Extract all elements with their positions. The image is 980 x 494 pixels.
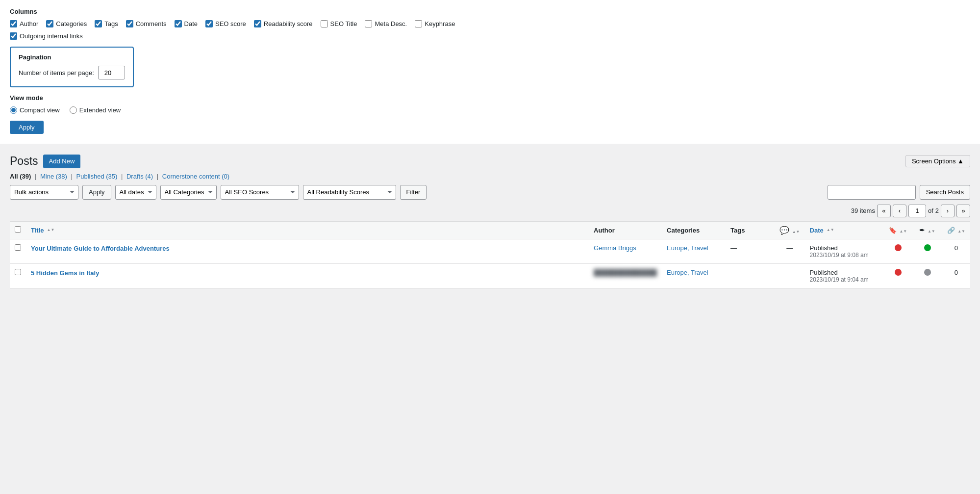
table-header-row: Title ▲▼ Author Categories Tags 💬 ▲▼ Dat… <box>10 221 970 239</box>
col-header-readability[interactable]: ✒ ▲▼ <box>913 221 942 239</box>
row1-checkbox[interactable] <box>15 244 21 251</box>
row2-author-blurred: ██████████████ <box>594 269 657 276</box>
row2-title-cell: 5 Hidden Gems in Italy <box>26 263 589 288</box>
columns-section: Columns Author Categories Tags Comments <box>10 8 970 40</box>
col-seo-score-label: SEO score <box>215 20 246 27</box>
col-categories-item[interactable]: Categories <box>46 20 87 27</box>
col-seo-title-label: SEO Title <box>330 20 357 27</box>
row2-read-dot <box>924 269 931 276</box>
col-header-date[interactable]: Date ▲▼ <box>805 221 883 239</box>
posts-table: Title ▲▼ Author Categories Tags 💬 ▲▼ Dat… <box>10 221 970 288</box>
screen-options-panel: Columns Author Categories Tags Comments <box>0 0 980 144</box>
per-page-input[interactable] <box>98 66 125 79</box>
col-seo-score-checkbox[interactable] <box>205 20 213 27</box>
nav-all[interactable]: All (39) <box>10 173 31 180</box>
posts-nav-links: All (39) | Mine (38) | Published (35) | … <box>10 173 970 180</box>
bulk-apply-button[interactable]: Apply <box>82 185 111 200</box>
extended-view-radio[interactable] <box>70 106 77 114</box>
col-author-item[interactable]: Author <box>10 20 38 27</box>
search-posts-button[interactable]: Search Posts <box>920 185 970 200</box>
compact-view-label: Compact view <box>20 106 60 114</box>
col-header-links[interactable]: 🔗 ▲▼ <box>942 221 970 239</box>
col-outgoing-label: Outgoing internal links <box>20 32 83 40</box>
row2-checkbox[interactable] <box>15 269 21 275</box>
col-comments-item[interactable]: Comments <box>126 20 167 27</box>
pagination-top: 39 items « ‹ of 2 › » <box>10 205 970 217</box>
filter-button[interactable]: Filter <box>400 185 427 200</box>
col-date-item[interactable]: Date <box>175 20 198 27</box>
dates-filter-select[interactable]: All dates <box>115 185 156 200</box>
current-page-input[interactable] <box>908 205 926 217</box>
row2-tags-cell: — <box>726 263 775 288</box>
seo-icon: 🔖 <box>889 227 897 234</box>
row1-title-link[interactable]: Your Ultimate Guide to Affordable Advent… <box>31 245 170 252</box>
col-header-title[interactable]: Title ▲▼ <box>26 221 589 239</box>
col-author-checkbox[interactable] <box>10 20 17 27</box>
col-header-comments[interactable]: 💬 ▲▼ <box>775 221 804 239</box>
col-meta-desc-checkbox[interactable] <box>365 20 372 27</box>
row1-cat-link[interactable]: Europe, Travel <box>667 244 708 252</box>
col-tags-checkbox[interactable] <box>95 20 102 27</box>
col-categories-label: Categories <box>56 20 87 27</box>
col-tags-item[interactable]: Tags <box>95 20 118 27</box>
nav-drafts[interactable]: Drafts (4) <box>126 173 153 180</box>
categories-filter-select[interactable]: All Categories <box>160 185 217 200</box>
date-sort-arrows: ▲▼ <box>827 228 834 232</box>
toolbar-row: Bulk actions Apply All dates All Categor… <box>10 185 970 200</box>
col-date-checkbox[interactable] <box>175 20 182 27</box>
extended-view-item[interactable]: Extended view <box>70 106 121 114</box>
nav-published[interactable]: Published (35) <box>76 173 118 180</box>
row1-date-cell: Published 2023/10/19 at 9:08 am <box>805 239 883 263</box>
row2-author-cell: ██████████████ <box>589 263 662 288</box>
row1-seo-dot <box>895 244 902 251</box>
col-readability-checkbox[interactable] <box>254 20 261 27</box>
row1-author-cell: Gemma Briggs <box>589 239 662 263</box>
col-meta-desc-item[interactable]: Meta Desc. <box>365 20 407 27</box>
row2-title-link[interactable]: 5 Hidden Gems in Italy <box>31 269 99 277</box>
screen-options-apply-button[interactable]: Apply <box>10 121 44 134</box>
col-seo-title-item[interactable]: SEO Title <box>321 20 357 27</box>
next-page-button[interactable]: › <box>941 205 955 217</box>
col-outgoing-checkbox[interactable] <box>10 32 17 40</box>
col-outgoing-item[interactable]: Outgoing internal links <box>10 32 83 40</box>
bulk-actions-select[interactable]: Bulk actions <box>10 185 78 200</box>
links-icon: 🔗 <box>947 227 955 234</box>
col-categories-checkbox[interactable] <box>46 20 53 27</box>
items-count: 39 items <box>851 207 875 214</box>
compact-view-item[interactable]: Compact view <box>10 106 60 114</box>
seo-sort-arrows: ▲▼ <box>899 230 907 234</box>
posts-title: Posts <box>10 154 38 169</box>
col-header-seo[interactable]: 🔖 ▲▼ <box>883 221 913 239</box>
col-readability-item[interactable]: Readability score <box>254 20 313 27</box>
col-header-categories: Categories <box>662 221 726 239</box>
nav-cornerstone[interactable]: Cornerstone content (0) <box>162 173 229 180</box>
seo-scores-filter-select[interactable]: All SEO Scores <box>221 185 299 200</box>
row2-read-cell <box>913 263 942 288</box>
col-meta-desc-label: Meta Desc. <box>375 20 407 27</box>
last-page-button[interactable]: » <box>956 205 970 217</box>
toolbar-left: Bulk actions Apply All dates All Categor… <box>10 185 427 200</box>
extended-view-label: Extended view <box>79 106 121 114</box>
title-sort-arrows: ▲▼ <box>47 228 55 232</box>
first-page-button[interactable]: « <box>877 205 891 217</box>
compact-view-radio[interactable] <box>10 106 17 114</box>
row2-cat-link[interactable]: Europe, Travel <box>667 269 708 276</box>
row2-date-value: 2023/10/19 at 9:04 am <box>810 276 879 283</box>
prev-page-button[interactable]: ‹ <box>893 205 906 217</box>
col-header-author: Author <box>589 221 662 239</box>
row1-read-dot <box>924 244 931 251</box>
col-seo-title-checkbox[interactable] <box>321 20 328 27</box>
nav-mine[interactable]: Mine (38) <box>40 173 67 180</box>
total-pages: 2 <box>935 207 939 214</box>
add-new-button[interactable]: Add New <box>43 155 81 168</box>
col-seo-score-item[interactable]: SEO score <box>205 20 246 27</box>
row1-author-link[interactable]: Gemma Briggs <box>594 244 636 252</box>
col-keyphrase-item[interactable]: Keyphrase <box>415 20 455 27</box>
col-comments-checkbox[interactable] <box>126 20 133 27</box>
col-keyphrase-checkbox[interactable] <box>415 20 422 27</box>
select-all-checkbox[interactable] <box>15 226 21 233</box>
screen-options-toggle-button[interactable]: Screen Options ▲ <box>905 155 970 167</box>
readability-filter-select[interactable]: All Readability Scores <box>303 185 396 200</box>
posts-table-wrapper: Title ▲▼ Author Categories Tags 💬 ▲▼ Dat… <box>10 221 970 288</box>
search-posts-input[interactable] <box>828 185 916 200</box>
